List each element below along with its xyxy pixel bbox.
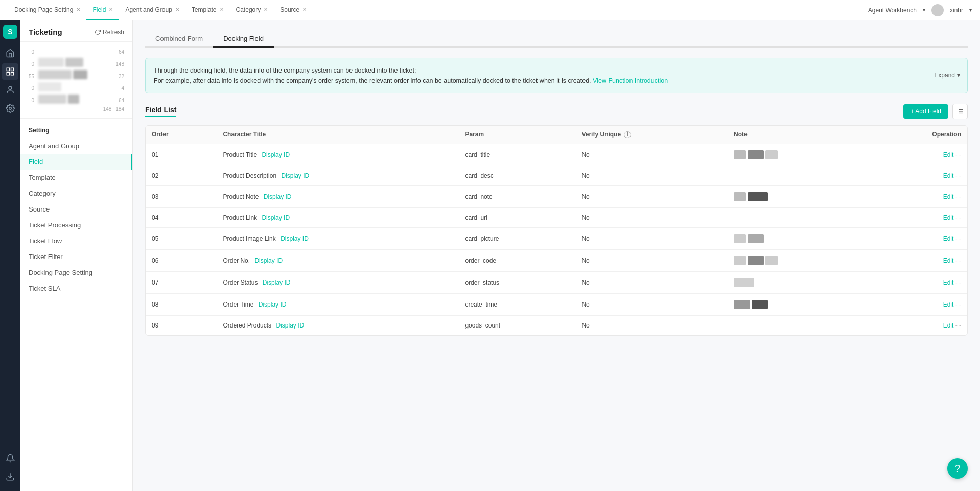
edit-button[interactable]: Edit — [943, 151, 954, 158]
cell-order: 06 — [146, 249, 217, 271]
cell-note — [728, 271, 866, 293]
logo[interactable]: S — [3, 25, 17, 39]
table-row: 04 Product Link Display ID card_url No E… — [146, 207, 967, 227]
svg-rect-0 — [7, 68, 9, 71]
top-tab-source[interactable]: Source✕ — [274, 0, 313, 20]
sidebar-item-source[interactable]: Source — [20, 201, 132, 217]
cell-note — [728, 249, 866, 271]
cell-param: card_desc — [459, 166, 575, 185]
sidebar-item-category[interactable]: Category — [20, 185, 132, 201]
cell-param: order_status — [459, 271, 575, 293]
tab-docking-field[interactable]: Docking Field — [213, 31, 274, 48]
tab-close-docking-page-setting[interactable]: ✕ — [76, 7, 80, 12]
cell-verify-unique: No — [575, 144, 728, 166]
home-icon[interactable] — [2, 45, 18, 61]
bell-icon[interactable] — [2, 450, 18, 466]
edit-button[interactable]: Edit — [943, 214, 954, 221]
top-tab-docking-page-setting[interactable]: Docking Page Setting✕ — [8, 0, 86, 20]
display-id-link[interactable]: Display ID — [254, 257, 283, 264]
cell-title: Product Description Display ID — [217, 166, 459, 185]
edit-button[interactable]: Edit — [943, 235, 954, 242]
display-id-link[interactable]: Display ID — [263, 279, 291, 286]
user-chevron-icon: ▾ — [969, 7, 972, 13]
edit-button[interactable]: Edit — [943, 322, 954, 329]
th-param: Param — [459, 126, 575, 144]
th-operation: Operation — [866, 126, 967, 144]
person-icon[interactable] — [2, 82, 18, 98]
edit-button[interactable]: Edit — [943, 279, 954, 286]
display-id-link[interactable]: Display ID — [264, 193, 292, 200]
sidebar-item-ticket-flow[interactable]: Ticket Flow — [20, 233, 132, 249]
sidebar-item-ticket-filter[interactable]: Ticket Filter — [20, 249, 132, 265]
user-name[interactable]: xinhr — [950, 7, 963, 14]
top-tab-field[interactable]: Field✕ — [86, 0, 119, 20]
cell-title: Order Time Display ID — [217, 293, 459, 315]
cell-note — [728, 166, 866, 185]
help-fab-button[interactable]: ? — [947, 458, 968, 479]
tab-close-field[interactable]: ✕ — [109, 7, 113, 12]
cell-verify-unique: No — [575, 166, 728, 185]
th-order: Order — [146, 126, 217, 144]
display-id-link[interactable]: Display ID — [262, 151, 290, 158]
grid-icon[interactable] — [2, 63, 18, 80]
tab-combined-form[interactable]: Combined Form — [145, 31, 213, 48]
add-field-button[interactable]: + Add Field — [903, 104, 948, 119]
workbench-label[interactable]: Agent Workbench — [868, 7, 917, 14]
settings-icon[interactable] — [2, 100, 18, 116]
content-area: Combined Form Docking Field Through the … — [133, 20, 980, 491]
sidebar-item-ticket-sla[interactable]: Ticket SLA — [20, 280, 132, 296]
info-icon: i — [624, 131, 631, 138]
svg-point-5 — [9, 107, 12, 110]
sidebar-item-docking-page-setting[interactable]: Docking Page Setting — [20, 265, 132, 280]
svg-point-4 — [9, 86, 12, 89]
top-tab-category[interactable]: Category✕ — [230, 0, 274, 20]
tab-close-agent-and-group[interactable]: ✕ — [175, 7, 179, 12]
display-id-link[interactable]: Display ID — [276, 322, 304, 329]
table-row: 03 Product Note Display ID card_note No … — [146, 185, 967, 207]
tab-close-category[interactable]: ✕ — [264, 7, 268, 12]
refresh-button[interactable]: Refresh — [95, 29, 124, 36]
sidebar-item-field[interactable]: Field — [20, 154, 132, 170]
svg-rect-1 — [11, 68, 14, 71]
display-id-link[interactable]: Display ID — [281, 235, 309, 242]
setting-section: Setting Agent and GroupFieldTemplateCate… — [20, 119, 132, 302]
cell-verify-unique: No — [575, 315, 728, 335]
cell-param: card_title — [459, 144, 575, 166]
top-tab-agent-and-group[interactable]: Agent and Group✕ — [119, 0, 185, 20]
sidebar-item-agent-and-group[interactable]: Agent and Group — [20, 138, 132, 154]
sidebar-header: Ticketing Refresh — [20, 20, 132, 42]
table-row: 09 Ordered Products Display ID goods_cou… — [146, 315, 967, 335]
cell-verify-unique: No — [575, 293, 728, 315]
table-header-row: Order Character Title Param Verify Uniqu… — [146, 126, 967, 144]
cell-param: order_code — [459, 249, 575, 271]
cell-title: Ordered Products Display ID — [217, 315, 459, 335]
top-right: Agent Workbench ▾ xinhr ▾ — [868, 4, 972, 16]
display-id-link[interactable]: Display ID — [262, 214, 290, 221]
filter-icon-button[interactable] — [952, 104, 968, 119]
edit-button[interactable]: Edit — [943, 301, 954, 308]
cell-operation: Edit - - — [866, 293, 967, 315]
cell-title: Product Link Display ID — [217, 207, 459, 227]
info-line2: For example, after data info is docked w… — [154, 76, 959, 86]
cell-verify-unique: No — [575, 271, 728, 293]
top-tab-template[interactable]: Template✕ — [185, 0, 230, 20]
sidebar-item-ticket-processing[interactable]: Ticket Processing — [20, 217, 132, 233]
display-id-link[interactable]: Display ID — [281, 172, 309, 179]
cell-verify-unique: No — [575, 249, 728, 271]
table-row: 05 Product Image Link Display ID card_pi… — [146, 227, 967, 249]
sidebar-item-template[interactable]: Template — [20, 170, 132, 185]
tab-close-template[interactable]: ✕ — [220, 7, 224, 12]
edit-button[interactable]: Edit — [943, 257, 954, 264]
table-row: 08 Order Time Display ID create_time No … — [146, 293, 967, 315]
table-row: 07 Order Status Display ID order_status … — [146, 271, 967, 293]
sidebar: Ticketing Refresh 0 0 55 0 0 — [20, 20, 133, 491]
edit-button[interactable]: Edit — [943, 172, 954, 179]
download-icon[interactable] — [2, 469, 18, 485]
expand-button[interactable]: Expand ▾ — [934, 71, 960, 80]
cell-param: create_time — [459, 293, 575, 315]
tab-close-source[interactable]: ✕ — [302, 7, 307, 12]
display-id-link[interactable]: Display ID — [259, 301, 287, 308]
view-function-link[interactable]: View Function Introduction — [593, 77, 668, 84]
icon-bar: S — [0, 20, 20, 491]
edit-button[interactable]: Edit — [943, 193, 954, 200]
